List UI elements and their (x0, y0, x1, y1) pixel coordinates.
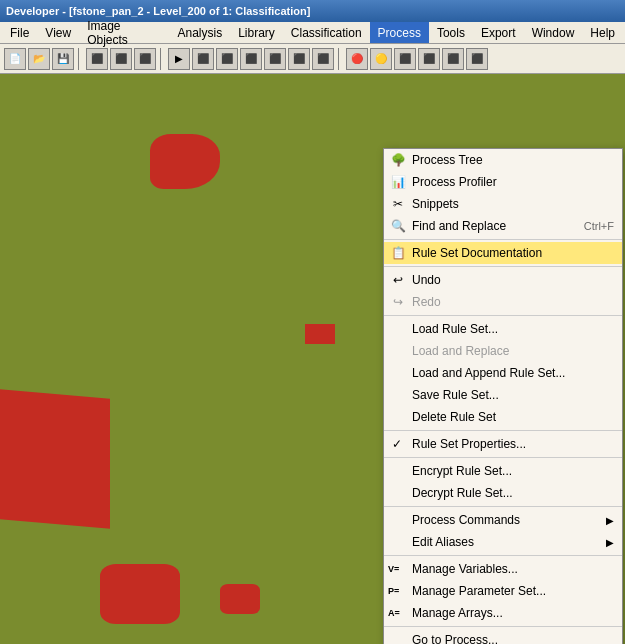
menu-manage-params[interactable]: P= Manage Parameter Set... (384, 580, 622, 602)
toolbar-btn-16[interactable]: ⬛ (394, 48, 416, 70)
sep-5 (384, 457, 622, 458)
toolbar: 📄 📂 💾 ⬛ ⬛ ⬛ ▶ ⬛ ⬛ ⬛ ⬛ ⬛ ⬛ 🔴 🟡 ⬛ ⬛ ⬛ ⬛ (0, 44, 625, 74)
toolbar-sep-2 (160, 48, 164, 70)
sep-2 (384, 266, 622, 267)
params-prefix: P= (388, 586, 399, 596)
toolbar-btn-13[interactable]: ⬛ (312, 48, 334, 70)
menu-load-ruleset[interactable]: Load Rule Set... (384, 318, 622, 340)
menu-undo[interactable]: ↩ Undo (384, 269, 622, 291)
menu-export[interactable]: Export (473, 22, 524, 43)
undo-icon: ↩ (390, 272, 406, 288)
toolbar-btn-17[interactable]: ⬛ (418, 48, 440, 70)
toolbar-btn-10[interactable]: ⬛ (240, 48, 262, 70)
map-red-region-5 (220, 584, 260, 614)
toolbar-btn-11[interactable]: ⬛ (264, 48, 286, 70)
menu-load-append[interactable]: Load and Append Rule Set... (384, 362, 622, 384)
toolbar-btn-9[interactable]: ⬛ (216, 48, 238, 70)
menu-window[interactable]: Window (524, 22, 583, 43)
sep-6 (384, 506, 622, 507)
menu-process-profiler[interactable]: 📊 Process Profiler (384, 171, 622, 193)
menu-process[interactable]: Process (370, 22, 429, 43)
sep-3 (384, 315, 622, 316)
menu-ruleset-doc[interactable]: 📋 Rule Set Documentation (384, 242, 622, 264)
map-red-region-3 (305, 324, 335, 344)
menu-view[interactable]: View (37, 22, 79, 43)
menu-process-tree[interactable]: 🌳 Process Tree (384, 149, 622, 171)
menu-process-commands[interactable]: Process Commands ▶ (384, 509, 622, 531)
menu-classification[interactable]: Classification (283, 22, 370, 43)
map-red-region-1 (0, 389, 110, 529)
toolbar-btn-2[interactable]: 📂 (28, 48, 50, 70)
menu-library[interactable]: Library (230, 22, 283, 43)
process-profiler-icon: 📊 (390, 174, 406, 190)
snippets-icon: ✂ (390, 196, 406, 212)
map-red-region-2 (150, 134, 220, 189)
toolbar-sep-1 (78, 48, 82, 70)
toolbar-btn-1[interactable]: 📄 (4, 48, 26, 70)
toolbar-btn-7[interactable]: ▶ (168, 48, 190, 70)
sep-1 (384, 239, 622, 240)
checkmark-icon: ✓ (392, 437, 402, 451)
toolbar-btn-5[interactable]: ⬛ (110, 48, 132, 70)
menu-find-replace[interactable]: 🔍 Find and Replace Ctrl+F (384, 215, 622, 237)
menu-edit-aliases[interactable]: Edit Aliases ▶ (384, 531, 622, 553)
menu-analysis[interactable]: Analysis (169, 22, 230, 43)
toolbar-btn-6[interactable]: ⬛ (134, 48, 156, 70)
redo-icon: ↪ (390, 294, 406, 310)
menu-bar: File View Image Objects Analysis Library… (0, 22, 625, 44)
process-dropdown-menu: 🌳 Process Tree 📊 Process Profiler ✂ Snip… (383, 148, 623, 644)
menu-decrypt-ruleset[interactable]: Decrypt Rule Set... (384, 482, 622, 504)
toolbar-btn-4[interactable]: ⬛ (86, 48, 108, 70)
menu-redo[interactable]: ↪ Redo (384, 291, 622, 313)
toolbar-btn-8[interactable]: ⬛ (192, 48, 214, 70)
sep-8 (384, 626, 622, 627)
menu-goto-process[interactable]: Go to Process... (384, 629, 622, 644)
menu-tools[interactable]: Tools (429, 22, 473, 43)
process-tree-icon: 🌳 (390, 152, 406, 168)
title-text: Developer - [fstone_pan_2 - Level_200 of… (6, 5, 310, 17)
toolbar-btn-3[interactable]: 💾 (52, 48, 74, 70)
toolbar-btn-18[interactable]: ⬛ (442, 48, 464, 70)
ruleset-doc-icon: 📋 (390, 245, 406, 261)
vars-prefix: V= (388, 564, 399, 574)
toolbar-btn-14[interactable]: 🔴 (346, 48, 368, 70)
submenu-arrow-aliases: ▶ (606, 537, 614, 548)
menu-save-ruleset[interactable]: Save Rule Set... (384, 384, 622, 406)
menu-load-replace[interactable]: Load and Replace (384, 340, 622, 362)
toolbar-btn-15[interactable]: 🟡 (370, 48, 392, 70)
find-replace-icon: 🔍 (390, 218, 406, 234)
submenu-arrow-commands: ▶ (606, 515, 614, 526)
sep-7 (384, 555, 622, 556)
menu-help[interactable]: Help (582, 22, 623, 43)
map-area: 🌳 Process Tree 📊 Process Profiler ✂ Snip… (0, 74, 625, 644)
arrays-prefix: A= (388, 608, 400, 618)
menu-delete-ruleset[interactable]: Delete Rule Set (384, 406, 622, 428)
menu-file[interactable]: File (2, 22, 37, 43)
toolbar-btn-19[interactable]: ⬛ (466, 48, 488, 70)
toolbar-sep-3 (338, 48, 342, 70)
menu-manage-arrays[interactable]: A= Manage Arrays... (384, 602, 622, 624)
menu-manage-vars[interactable]: V= Manage Variables... (384, 558, 622, 580)
menu-snippets[interactable]: ✂ Snippets (384, 193, 622, 215)
menu-encrypt-ruleset[interactable]: Encrypt Rule Set... (384, 460, 622, 482)
menu-ruleset-props[interactable]: ✓ Rule Set Properties... (384, 433, 622, 455)
map-red-region-4 (100, 564, 180, 624)
menu-image-objects[interactable]: Image Objects (79, 22, 169, 43)
toolbar-btn-12[interactable]: ⬛ (288, 48, 310, 70)
sep-4 (384, 430, 622, 431)
